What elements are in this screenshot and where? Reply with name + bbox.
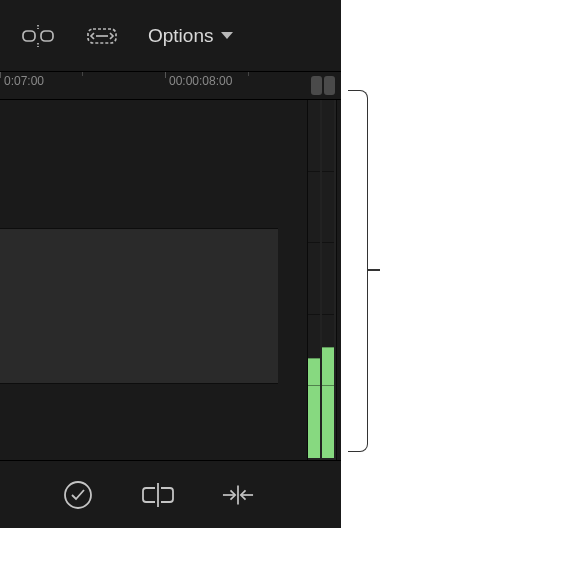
chevron-down-icon — [221, 32, 233, 39]
ruler-tick: 0:07:00 — [0, 72, 44, 86]
editor-panel: Options 0:07:00 00:00:08:00 — [0, 0, 341, 528]
meter-left-channel — [308, 100, 320, 458]
checkmark-circle-icon — [63, 480, 93, 510]
ruler-minor-tick — [82, 72, 83, 76]
ruler-minor-tick — [248, 72, 249, 76]
options-label: Options — [148, 25, 213, 47]
playhead-indicator[interactable] — [311, 76, 335, 95]
options-dropdown[interactable]: Options — [148, 25, 233, 47]
position-tool-button[interactable] — [16, 14, 60, 58]
approve-button[interactable] — [62, 479, 94, 511]
position-tool-icon — [21, 25, 55, 47]
split-clip-icon — [142, 481, 174, 509]
range-tool-icon — [86, 25, 118, 47]
bottom-toolbar — [0, 460, 341, 528]
range-tool-button[interactable] — [80, 14, 124, 58]
meter-left-fill — [308, 358, 320, 458]
ruler-tick: 00:00:08:00 — [165, 72, 232, 86]
trim-button[interactable] — [222, 479, 254, 511]
split-button[interactable] — [142, 479, 174, 511]
clip-track[interactable] — [0, 228, 278, 384]
audio-level-meter — [307, 100, 337, 460]
timeline-ruler[interactable]: 0:07:00 00:00:08:00 — [0, 72, 341, 100]
meter-right-fill — [322, 347, 334, 458]
top-toolbar: Options — [0, 0, 341, 72]
callout-bracket-tip — [368, 269, 380, 271]
svg-rect-3 — [41, 31, 53, 41]
svg-point-6 — [65, 482, 91, 508]
trim-arrows-icon — [222, 484, 254, 506]
svg-rect-2 — [23, 31, 35, 41]
meter-right-channel — [322, 100, 334, 458]
callout-bracket — [348, 90, 368, 452]
timeline-body[interactable] — [0, 100, 341, 460]
